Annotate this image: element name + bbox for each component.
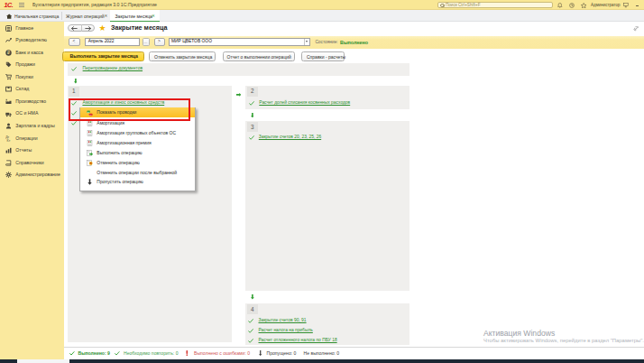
svg-text:₽: ₽ [7,51,10,55]
svg-text:Кт: Кт [7,138,11,141]
